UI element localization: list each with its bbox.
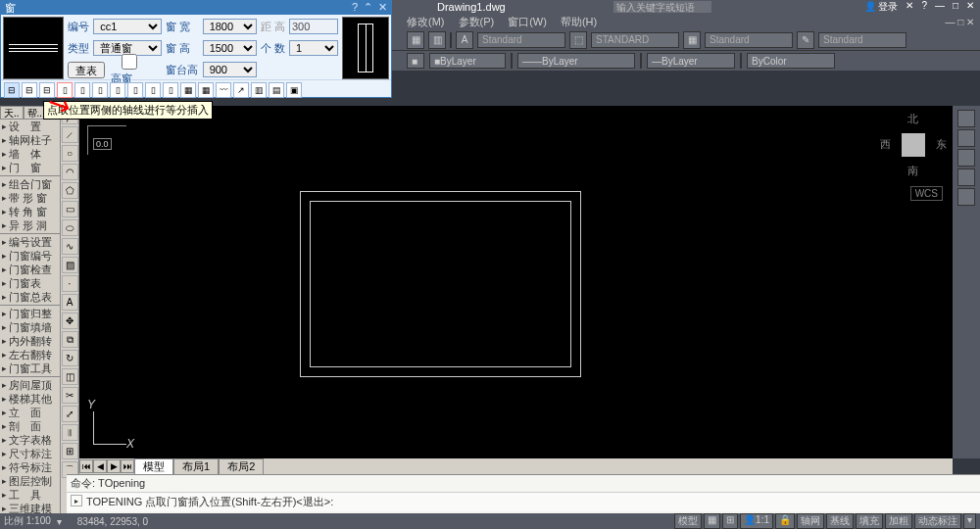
toolbar-btn[interactable]: ▦ bbox=[683, 31, 701, 49]
insert-mode-icon[interactable]: ▦ bbox=[180, 82, 196, 98]
panel-tab[interactable]: 天.. bbox=[0, 106, 24, 120]
tablestyle-dropdown[interactable]: Standard bbox=[705, 32, 793, 48]
sidebar-item[interactable]: ▸房间屋顶 bbox=[0, 378, 60, 392]
command-input[interactable]: TOPENING 点取门窗插入位置(Shift-左右开)<退出>: bbox=[86, 495, 333, 509]
window-preview-2d[interactable] bbox=[3, 17, 64, 79]
toolbar-btn[interactable]: A bbox=[456, 31, 473, 49]
maximize-icon[interactable]: □ bbox=[953, 0, 958, 14]
orbit-icon[interactable] bbox=[957, 168, 975, 186]
window-preview-3d[interactable] bbox=[342, 17, 389, 79]
insert-mode-icon[interactable]: ▯ bbox=[74, 82, 90, 98]
anno-scale[interactable]: 👤1:1 bbox=[740, 513, 773, 529]
sidebar-item[interactable]: ▸图层控制 bbox=[0, 474, 60, 488]
sidebar-item[interactable]: ▸尺寸标注 bbox=[0, 447, 60, 460]
dialog-close-icon[interactable]: ✕ bbox=[378, 1, 387, 15]
toolbar-btn[interactable]: ▦ bbox=[407, 31, 424, 49]
text-tool[interactable]: A bbox=[62, 294, 78, 311]
menu-window[interactable]: 窗口(W) bbox=[508, 15, 547, 29]
tab-layout2[interactable]: 布局2 bbox=[219, 458, 264, 475]
sidebar-item[interactable]: ▸墙 体 bbox=[0, 147, 60, 161]
sidebar-item[interactable]: ▸符号标注 bbox=[0, 460, 60, 474]
mirror-tool[interactable]: ◫ bbox=[62, 368, 78, 385]
anno-icon[interactable]: 🔒 bbox=[775, 513, 795, 529]
zoom-icon[interactable] bbox=[957, 149, 975, 167]
sidebar-item[interactable]: ▸带 形 窗 bbox=[0, 191, 60, 205]
lineweight-dropdown[interactable]: — ByLayer bbox=[647, 53, 735, 69]
view-cube[interactable]: 北 南 西 东 bbox=[880, 112, 947, 178]
sidebar-item[interactable]: ▸轴网柱子 bbox=[0, 133, 60, 147]
grid-toggle-icon[interactable]: ▦ bbox=[704, 513, 720, 529]
copy-tool[interactable]: ⧉ bbox=[62, 331, 78, 348]
insert-mode-icon[interactable]: ▯ bbox=[163, 82, 178, 98]
insert-mode-icon[interactable]: ⊟ bbox=[4, 82, 20, 98]
sidebar-item[interactable]: ▸工 具 bbox=[0, 488, 60, 502]
sidebar-item[interactable]: ▸文字表格 bbox=[0, 433, 60, 447]
sidebar-item[interactable]: ▸门窗表 bbox=[0, 276, 60, 290]
login-button[interactable]: 👤 登录 bbox=[864, 0, 899, 14]
toolbar-btn[interactable]: ✎ bbox=[797, 31, 814, 49]
minimize-icon[interactable]: — bbox=[935, 0, 945, 14]
count-select[interactable]: 1 bbox=[289, 40, 338, 56]
point-tool[interactable]: · bbox=[62, 275, 78, 292]
rotate-tool[interactable]: ↻ bbox=[62, 350, 78, 366]
child-window-controls[interactable]: — □ ✕ bbox=[945, 17, 980, 27]
sidebar-item[interactable]: ▸转 角 窗 bbox=[0, 205, 60, 218]
sidebar-item[interactable]: ▸异 形 洞 bbox=[0, 218, 60, 232]
toolbar-btn[interactable]: ⬚ bbox=[569, 31, 587, 49]
sidebar-item[interactable]: ▸门 窗 bbox=[0, 161, 60, 174]
insert-mode-icon[interactable]: ▯ bbox=[57, 82, 73, 98]
sidebar-item[interactable]: ▸剖 面 bbox=[0, 419, 60, 433]
hatch-tool[interactable]: ▨ bbox=[62, 257, 78, 273]
insert-mode-icon[interactable]: ▯ bbox=[145, 82, 161, 98]
offset-tool[interactable]: ⫴ bbox=[62, 424, 78, 441]
layer-color-dropdown[interactable]: ■ ByLayer bbox=[429, 53, 506, 69]
sill-select[interactable]: 900 bbox=[203, 62, 257, 77]
scale-tool[interactable]: ⤢ bbox=[62, 406, 78, 422]
snap-toggle-icon[interactable]: ⊞ bbox=[722, 513, 738, 529]
insert-mode-icon[interactable]: ↗ bbox=[233, 82, 249, 98]
sidebar-item[interactable]: ▸门窗归整 bbox=[0, 307, 60, 320]
drawing-viewport[interactable]: 北 南 西 东 WCS 0.0 Y X bbox=[79, 106, 953, 458]
polygon-tool[interactable]: ⬠ bbox=[62, 182, 78, 199]
height-select[interactable]: 1500 bbox=[203, 40, 257, 56]
textstyle-dropdown[interactable]: Standard bbox=[477, 32, 565, 48]
drawn-rectangle-inner[interactable] bbox=[310, 201, 571, 367]
status-fill[interactable]: 填充 bbox=[856, 513, 883, 529]
command-prompt-icon[interactable]: ▸ bbox=[71, 495, 82, 506]
sidebar-item[interactable]: ▸设 置 bbox=[0, 120, 60, 133]
sidebar-item[interactable]: ▸门窗检查 bbox=[0, 263, 60, 276]
sidebar-item[interactable]: ▸内外翻转 bbox=[0, 334, 60, 348]
spline-tool[interactable]: ∿ bbox=[62, 238, 78, 255]
sidebar-item[interactable]: ▸楼梯其他 bbox=[0, 392, 60, 406]
menu-modify[interactable]: 修改(M) bbox=[407, 15, 445, 29]
model-button[interactable]: 模型 bbox=[674, 513, 702, 529]
scale-label[interactable]: 比例 1:100 bbox=[4, 514, 51, 528]
width-select[interactable]: 1800 bbox=[203, 19, 257, 34]
ellipse-tool[interactable]: ⬭ bbox=[62, 219, 78, 236]
tab-first-icon[interactable]: ⏮ bbox=[79, 459, 93, 473]
insert-mode-icon[interactable]: ▦ bbox=[198, 82, 214, 98]
insert-mode-icon[interactable]: ▯ bbox=[92, 82, 108, 98]
tab-model[interactable]: 模型 bbox=[134, 458, 173, 475]
sidebar-item[interactable]: ▸门窗编号 bbox=[0, 249, 60, 263]
menu-params[interactable]: 参数(P) bbox=[459, 15, 495, 29]
mleader-dropdown[interactable]: Standard bbox=[818, 32, 906, 48]
help-icon[interactable]: ? bbox=[921, 0, 927, 14]
sidebar-item[interactable]: ▸左右翻转 bbox=[0, 348, 60, 361]
toolbar-btn[interactable]: ▥ bbox=[428, 31, 446, 49]
highwindow-checkbox[interactable]: 高窗 bbox=[111, 54, 148, 86]
dimstyle-dropdown[interactable]: STANDARD bbox=[591, 32, 679, 48]
tab-prev-icon[interactable]: ◀ bbox=[93, 459, 107, 473]
arc-tool[interactable]: ◠ bbox=[62, 164, 78, 180]
sidebar-item[interactable]: ▸立 面 bbox=[0, 406, 60, 419]
trim-tool[interactable]: ✂ bbox=[62, 387, 78, 404]
sidebar-item[interactable]: ▸组合门窗 bbox=[0, 177, 60, 191]
wcs-label[interactable]: WCS bbox=[910, 186, 943, 201]
array-tool[interactable]: ⊞ bbox=[62, 443, 78, 459]
insert-mode-icon[interactable]: ⊟ bbox=[39, 82, 55, 98]
sidebar-item[interactable]: ▸门窗填墙 bbox=[0, 320, 60, 334]
dialog-help-icon[interactable]: ? bbox=[352, 1, 358, 15]
insert-mode-icon[interactable]: ▤ bbox=[269, 82, 284, 98]
scale-dropdown-icon[interactable]: ▾ bbox=[57, 516, 62, 527]
showmotion-icon[interactable] bbox=[957, 188, 975, 206]
